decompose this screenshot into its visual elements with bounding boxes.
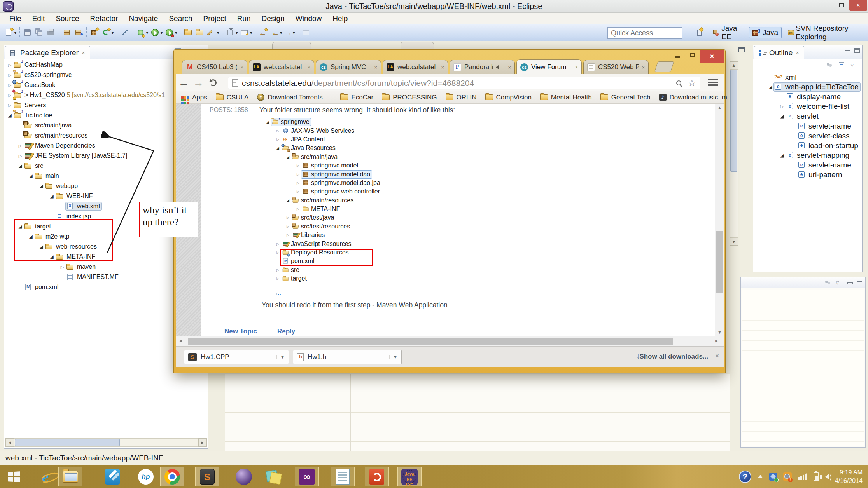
- bookmark-download-torrents-[interactable]: tDownload Torrents. ...: [257, 94, 332, 101]
- tab-package-explorer[interactable]: Package Explorer ×: [5, 46, 90, 59]
- twisty-collapsed[interactable]: ▷: [285, 233, 291, 237]
- profile-icon[interactable]: ▾: [164, 27, 178, 38]
- tree-item-servlet[interactable]: ◢eservlet: [753, 112, 862, 121]
- page-v-scrollbar[interactable]: [715, 104, 724, 336]
- twisty-expanded[interactable]: ◢: [38, 244, 44, 249]
- taskbar-hp[interactable]: hp: [134, 467, 158, 486]
- taskbar-powerpoint[interactable]: [365, 467, 389, 486]
- new-icon[interactable]: ▾: [3, 27, 18, 38]
- twisty-expanded[interactable]: ◢: [7, 113, 13, 118]
- twisty-collapsed[interactable]: ▷: [275, 129, 281, 133]
- restore-button[interactable]: [834, 0, 849, 11]
- twisty-collapsed[interactable]: ▷: [779, 104, 785, 109]
- twisty-expanded[interactable]: ◢: [28, 173, 34, 179]
- editor-tab[interactable]: [401, 42, 434, 49]
- tree-item-load-on-startup[interactable]: eload-on-startup: [753, 141, 862, 150]
- twisty-expanded[interactable]: ◢: [17, 163, 23, 169]
- tab-view-forum[interactable]: csView Forum×: [516, 59, 582, 74]
- editor-tab[interactable]: [272, 42, 311, 49]
- scroll-up-icon[interactable]: ▲: [718, 105, 722, 110]
- taskbar-chrome[interactable]: [160, 467, 184, 486]
- tab-close-icon[interactable]: ×: [642, 64, 645, 70]
- tab-close-icon[interactable]: ×: [374, 64, 377, 70]
- tab-web-calstatel[interactable]: LAweb.calstatel×: [249, 60, 314, 74]
- tree-item-welcome-file-list[interactable]: ▷ewelcome-file-list: [753, 102, 862, 112]
- download-dropdown-icon[interactable]: ▼: [389, 355, 397, 359]
- scroll-down-button[interactable]: ▼: [730, 238, 738, 246]
- twisty-expanded[interactable]: ◢: [779, 113, 785, 119]
- tab-cs450-lab3-[interactable]: MCS450 Lab3 (×: [182, 60, 247, 74]
- tree-item-springmvc-web-controller[interactable]: ▷springmvc.web.controller: [262, 187, 385, 196]
- tree-item-springmvc[interactable]: ◢JMspringmvc: [262, 118, 385, 126]
- twisty-collapsed[interactable]: ▷: [295, 173, 301, 176]
- twisty-collapsed[interactable]: ▷: [17, 143, 23, 148]
- twisty-collapsed[interactable]: ▷: [17, 153, 23, 159]
- twisty-collapsed[interactable]: ▷: [275, 138, 281, 141]
- sort-icon[interactable]: [826, 61, 833, 68]
- skipbox-icon[interactable]: ▾: [224, 27, 239, 38]
- menu-help[interactable]: Help: [328, 13, 352, 24]
- tree-item-src-test-java[interactable]: ▷src/test/java: [262, 213, 385, 222]
- bookmark-apps[interactable]: Apps: [181, 94, 207, 101]
- perspective-svn[interactable]: SVN Repository Exploring: [784, 23, 868, 42]
- menu-source[interactable]: Source: [51, 13, 84, 24]
- menu-design[interactable]: Design: [257, 13, 289, 24]
- scroll-right-icon[interactable]: ►: [714, 338, 719, 343]
- bookmark-ecocar[interactable]: EcoCar: [340, 94, 373, 101]
- twisty-collapsed[interactable]: ▷: [295, 164, 301, 167]
- volume-icon[interactable]: [825, 474, 829, 479]
- twisty-expanded[interactable]: ◢: [285, 199, 291, 202]
- chrome-minimize-button[interactable]: [670, 50, 685, 60]
- slash-icon[interactable]: [119, 27, 131, 38]
- download-item-hw1h[interactable]: Hw1.h ▼: [293, 350, 402, 364]
- scrollbar-thumb[interactable]: [730, 70, 737, 172]
- scrollbar-thumb[interactable]: [188, 338, 673, 345]
- menu-run[interactable]: Run: [233, 13, 256, 24]
- tab-cs520-web-p[interactable]: CS520 Web P×: [583, 60, 649, 74]
- taskbar-start[interactable]: [2, 467, 26, 486]
- back-icon[interactable]: ←▾: [270, 27, 283, 38]
- new-topic-link[interactable]: New Topic: [224, 328, 257, 335]
- openfolder2-icon[interactable]: [194, 27, 206, 38]
- scroll-left-button[interactable]: ◄: [5, 438, 14, 447]
- bookmark-processing[interactable]: PROCESSING: [382, 94, 437, 101]
- menu-refactor[interactable]: Refactor: [86, 13, 123, 24]
- taskbar-ie[interactable]: e: [33, 467, 58, 486]
- twisty-collapsed[interactable]: ▷: [7, 103, 13, 108]
- tree-item-servlet-name[interactable]: eservlet-name: [753, 160, 862, 170]
- tree-item-xml[interactable]: ?=?xml: [753, 72, 862, 82]
- jar-icon[interactable]: [61, 27, 73, 38]
- tab-outline[interactable]: Outline ×: [754, 46, 804, 59]
- lastwin-icon[interactable]: [300, 27, 312, 38]
- taskbar-visual-studio[interactable]: ∞: [295, 467, 319, 486]
- download-item-hw1cpp[interactable]: S Hw1.CPP ▼: [184, 350, 289, 364]
- twisty-expanded[interactable]: ◢: [49, 254, 55, 260]
- reload-button[interactable]: [210, 79, 217, 86]
- tab-close-icon[interactable]: ×: [307, 64, 310, 70]
- close-button[interactable]: ×: [849, 0, 867, 11]
- chrome-maximize-button[interactable]: [685, 50, 700, 60]
- bookmark-download-music-m-[interactable]: ♪Download music, m...: [659, 94, 733, 101]
- quick-access-input[interactable]: [607, 27, 682, 39]
- tab-web-calstatel[interactable]: LAweb.calstatel×: [383, 60, 448, 74]
- twisty-expanded[interactable]: ◢: [17, 224, 23, 229]
- minimize-button[interactable]: [818, 0, 834, 11]
- signal-icon[interactable]: [798, 473, 807, 480]
- twisty-collapsed[interactable]: ▷: [285, 225, 291, 228]
- scroll-down-icon[interactable]: ▼: [718, 330, 722, 335]
- reply-link[interactable]: Reply: [277, 328, 295, 335]
- menu-window[interactable]: Window: [291, 13, 327, 24]
- jarweb-icon[interactable]: ▸: [73, 27, 84, 38]
- omnibox[interactable]: csns.calstatela.edu/department/cs/forum/…: [228, 77, 700, 89]
- winarrow-icon[interactable]: ◄▾: [239, 27, 253, 38]
- tab-pandora-l[interactable]: PPandora l×: [450, 60, 515, 74]
- help-icon[interactable]: ?: [739, 471, 751, 483]
- bookmark-general-tech[interactable]: General Tech: [600, 94, 651, 101]
- tab-close-icon[interactable]: ×: [575, 64, 578, 70]
- tree-item-src-test-resources[interactable]: ▷src/test/resources: [262, 222, 385, 231]
- tree-item-url-pattern[interactable]: eurl-pattern: [753, 170, 862, 180]
- taskbar-explorer[interactable]: [58, 467, 82, 486]
- save-icon[interactable]: [22, 27, 33, 38]
- tree-item-web-app-id-tictactoe[interactable]: ◢eweb-app id=TicTacToe: [753, 82, 862, 92]
- collapse-all-icon[interactable]: [838, 61, 846, 68]
